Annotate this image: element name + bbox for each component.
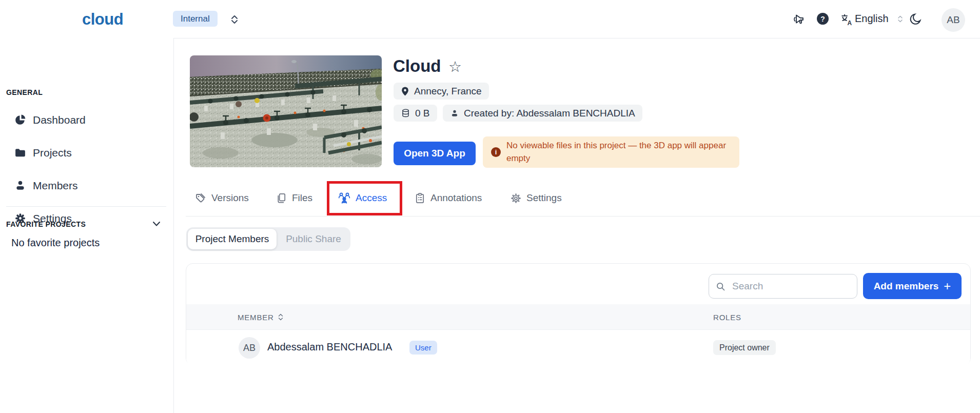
created-by-badge: Created by: Abdessalam BENCHADLIA (443, 105, 642, 122)
size-badge: 0 B (394, 105, 437, 122)
member-role-badge: Project owner (713, 340, 776, 355)
member-name: Abdessalam BENCHADLIA (267, 341, 392, 353)
sort-icon[interactable] (278, 313, 284, 321)
folder-icon (14, 146, 27, 159)
person-icon (14, 179, 27, 192)
tab-annotations[interactable]: Annotations (414, 186, 482, 210)
person-small-icon (450, 109, 459, 118)
warning-text: No viewable files in this project — the … (506, 140, 732, 165)
column-roles-label: ROLES (713, 313, 741, 322)
member-avatar: AB (239, 337, 260, 359)
files-icon (276, 192, 287, 204)
tab-label: Versions (211, 192, 249, 204)
plus-icon: + (944, 279, 951, 293)
translate-icon[interactable]: A (840, 13, 854, 27)
theme-toggle-moon-icon[interactable] (909, 13, 922, 26)
project-thumbnail[interactable] (190, 55, 382, 167)
workspace-updown-icon[interactable] (230, 14, 239, 25)
search-icon (715, 281, 726, 292)
tab-label: Files (292, 192, 312, 204)
sidebar-item-label: Dashboard (33, 114, 86, 126)
clipboard-icon (414, 192, 426, 204)
svg-text:A: A (848, 19, 852, 27)
location-pin-icon (401, 86, 409, 96)
user-avatar[interactable]: AB (942, 8, 965, 32)
navbar: cloud Internal ? A English AB (0, 0, 980, 38)
gear-outline-icon (510, 192, 522, 204)
sidebar-item-label: Members (33, 180, 78, 192)
chevron-down-icon[interactable] (152, 220, 161, 227)
tags-icon (194, 192, 207, 204)
language-selector[interactable]: English (855, 13, 889, 25)
sidebar: GENERAL Dashboard Projects Members Setti… (0, 38, 174, 413)
workspace-selector[interactable]: Internal (173, 11, 218, 27)
location-text: Annecy, France (414, 86, 482, 97)
annotation-highlight-box (327, 181, 402, 215)
created-by-text: Created by: Abdessalam BENCHADLIA (464, 108, 635, 119)
tab-files[interactable]: Files (276, 186, 312, 210)
app-root: cloud Internal ? A English AB GENERAL Da… (0, 0, 980, 413)
dashboard-icon (14, 113, 27, 126)
table-row[interactable]: AB Abdessalam BENCHADLIA User Project ow… (186, 330, 970, 366)
member-type-badge: User (409, 341, 437, 355)
warning-banner: i No viewable files in this project — th… (483, 136, 739, 168)
tab-settings[interactable]: Settings (510, 186, 562, 210)
app-logo[interactable]: cloud (82, 10, 123, 29)
sidebar-section-favorites[interactable]: FAVORITE PROJECTS (6, 220, 86, 228)
sidebar-section-general: GENERAL (6, 88, 43, 96)
access-subtabs: Project Members Public Share (186, 227, 350, 251)
info-icon: i (491, 147, 501, 157)
language-updown-icon[interactable] (897, 15, 904, 23)
column-roles: ROLES (713, 304, 741, 330)
sidebar-item-label: Projects (33, 147, 72, 159)
tab-label: Annotations (430, 192, 482, 204)
table-header: MEMBER ROLES (186, 304, 970, 330)
members-card: Add members + MEMBER ROLES AB Abdessalam… (186, 263, 971, 365)
subtab-public-share[interactable]: Public Share (278, 227, 349, 251)
tab-label: Settings (526, 192, 562, 204)
column-member[interactable]: MEMBER (238, 304, 284, 330)
subtab-project-members[interactable]: Project Members (188, 229, 277, 249)
favorite-star-icon[interactable]: ☆ (448, 58, 462, 75)
member-search[interactable] (709, 274, 857, 299)
database-icon (401, 108, 410, 118)
project-title: Cloud (393, 56, 441, 76)
tab-versions[interactable]: Versions (194, 186, 249, 210)
location-badge: Annecy, France (394, 83, 489, 100)
column-member-label: MEMBER (238, 313, 274, 322)
announcements-icon[interactable] (793, 13, 805, 26)
help-icon[interactable]: ? (817, 13, 829, 25)
size-text: 0 B (415, 108, 430, 119)
sidebar-item-dashboard[interactable]: Dashboard (14, 113, 86, 126)
add-members-button[interactable]: Add members + (863, 273, 962, 299)
sidebar-item-projects[interactable]: Projects (14, 146, 72, 159)
search-input[interactable] (731, 280, 851, 292)
sidebar-divider (6, 206, 166, 207)
sidebar-item-members[interactable]: Members (14, 179, 78, 192)
help-glyph: ? (820, 15, 825, 23)
open-3d-app-button[interactable]: Open 3D App (394, 142, 476, 165)
tabs-divider (186, 216, 980, 217)
favorites-empty-text: No favorite projects (11, 237, 100, 249)
add-members-label: Add members (874, 281, 939, 292)
